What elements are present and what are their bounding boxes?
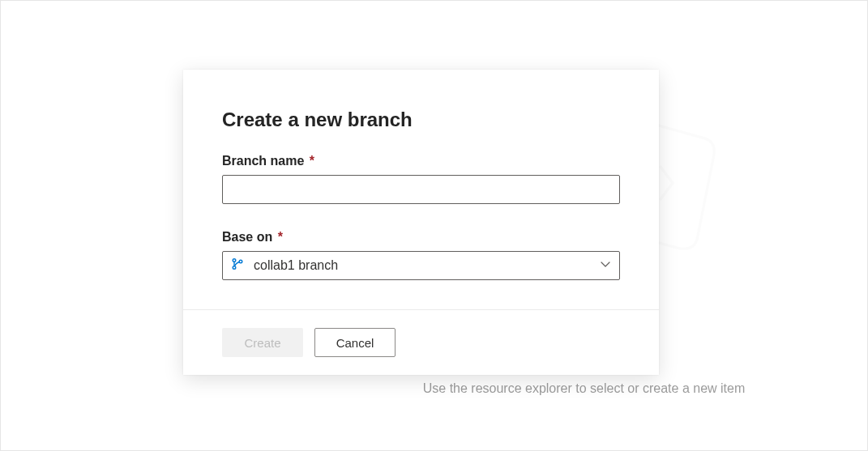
- dropdown-content: collab1 branch: [231, 257, 338, 274]
- svg-point-1: [233, 266, 236, 270]
- chevron-down-icon: [600, 258, 611, 273]
- base-on-label-text: Base on: [222, 230, 272, 244]
- branch-icon: [231, 257, 244, 274]
- svg-point-2: [239, 260, 242, 263]
- dialog-footer: Create Cancel: [183, 309, 659, 375]
- create-button[interactable]: Create: [222, 328, 303, 357]
- svg-point-0: [233, 259, 236, 262]
- branch-name-field: Branch name *: [222, 154, 620, 204]
- backdrop-subtitle: Use the resource explorer to select or c…: [423, 381, 746, 396]
- branch-name-label-text: Branch name: [222, 154, 304, 168]
- base-on-value: collab1 branch: [254, 258, 338, 273]
- cancel-button[interactable]: Cancel: [314, 328, 396, 357]
- base-on-field: Base on * collab1 branch: [222, 230, 620, 280]
- dialog-title: Create a new branch: [222, 108, 620, 131]
- branch-name-label: Branch name *: [222, 154, 620, 168]
- dialog-body: Create a new branch Branch name * Base o…: [183, 70, 659, 309]
- branch-name-input[interactable]: [222, 175, 620, 204]
- base-on-label: Base on *: [222, 230, 620, 245]
- create-branch-dialog: Create a new branch Branch name * Base o…: [183, 70, 659, 375]
- required-marker: *: [310, 154, 314, 168]
- required-marker: *: [278, 230, 283, 244]
- base-on-dropdown[interactable]: collab1 branch: [222, 251, 620, 280]
